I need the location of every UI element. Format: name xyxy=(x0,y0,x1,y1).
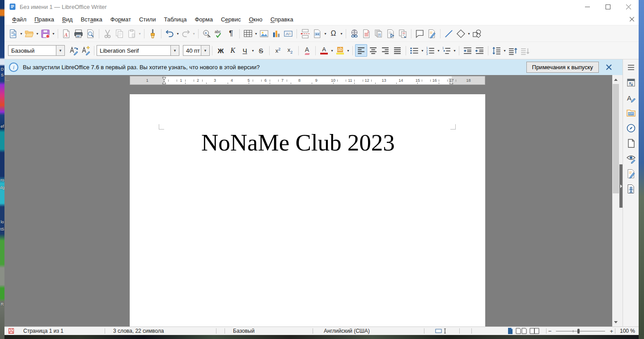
single-page-view-icon[interactable] xyxy=(507,327,514,335)
document-page[interactable]: NoNaMe Club 2023 xyxy=(130,94,485,326)
bullet-list-dropdown[interactable]: ▾ xyxy=(420,49,424,53)
align-left-button[interactable] xyxy=(355,44,367,57)
save-button[interactable] xyxy=(39,27,51,40)
open-dropdown[interactable]: ▾ xyxy=(35,32,39,36)
zoom-in-button[interactable]: + xyxy=(608,328,615,335)
menu-format[interactable]: Формат xyxy=(106,15,135,24)
insert-endnote-button[interactable]: [i] xyxy=(373,27,385,40)
left-indent-marker[interactable] xyxy=(162,77,166,84)
font-name-combo-arrow[interactable]: ▾ xyxy=(170,46,179,55)
insert-hyperlink-button[interactable] xyxy=(348,27,360,40)
sidebar-gallery-button[interactable] xyxy=(625,107,637,119)
close-button[interactable] xyxy=(618,0,639,13)
insert-chart-button[interactable] xyxy=(270,27,282,40)
document-text[interactable]: NoNaMe Club 2023 xyxy=(201,130,395,155)
sidebar-style-inspector-button[interactable] xyxy=(625,152,637,165)
numbered-list-button[interactable]: 123 xyxy=(424,44,436,57)
spelling-button[interactable]: abc xyxy=(213,27,225,40)
insert-table-dropdown[interactable]: ▾ xyxy=(254,32,258,36)
scrollbar-thumb[interactable] xyxy=(613,84,619,193)
document-workspace[interactable]: 1123456789101112131415161718 NoNaMe Club… xyxy=(4,75,612,326)
language-field[interactable]: Английский (США) xyxy=(313,327,424,335)
strikethrough-button[interactable]: S xyxy=(255,44,267,57)
menu-view[interactable]: Вид xyxy=(58,15,77,24)
font-color-dropdown[interactable]: ▾ xyxy=(330,49,334,53)
numbered-list-dropdown[interactable]: ▾ xyxy=(436,49,441,53)
increase-paragraph-spacing-button[interactable] xyxy=(507,44,519,57)
basic-shapes-dropdown[interactable]: ▾ xyxy=(467,32,471,36)
align-right-button[interactable] xyxy=(379,44,391,57)
underline-button[interactable]: Ч xyxy=(239,44,251,57)
subscript-button[interactable]: x2 xyxy=(284,44,296,57)
basic-shapes-button[interactable] xyxy=(455,27,467,40)
undo-dropdown[interactable]: ▾ xyxy=(176,32,180,36)
insert-page-break-button[interactable] xyxy=(299,27,311,40)
close-document-button[interactable] xyxy=(630,17,634,21)
sidebar-settings-button[interactable] xyxy=(625,61,637,74)
scroll-up-button[interactable] xyxy=(612,76,619,83)
underline-dropdown[interactable]: ▾ xyxy=(251,49,255,53)
outline-list-button[interactable]: 1 xyxy=(441,44,453,57)
word-count-field[interactable]: 3 слова, 22 символа xyxy=(105,327,216,335)
insert-image-button[interactable] xyxy=(258,27,270,40)
font-size-combo[interactable]: 40 пт▾ xyxy=(183,45,210,56)
insert-special-character-dropdown[interactable]: ▾ xyxy=(339,32,343,36)
highlight-color-button[interactable]: ab xyxy=(334,44,346,57)
menu-tools[interactable]: Сервис xyxy=(217,15,245,24)
new-document-dropdown[interactable]: ▾ xyxy=(19,32,23,36)
menu-window[interactable]: Окно xyxy=(245,15,266,24)
zoom-slider[interactable] xyxy=(556,328,605,334)
track-changes-button[interactable] xyxy=(426,27,438,40)
insert-bookmark-button[interactable] xyxy=(385,27,397,40)
new-document-button[interactable] xyxy=(7,27,19,40)
multi-page-view-icon[interactable] xyxy=(516,327,527,335)
undo-button[interactable] xyxy=(164,27,176,40)
font-size-combo-arrow[interactable]: ▾ xyxy=(201,46,209,55)
selection-mode-field[interactable] xyxy=(424,327,459,335)
clear-formatting-button[interactable]: A xyxy=(301,44,313,57)
menu-table[interactable]: Таблица xyxy=(160,15,191,24)
show-draw-functions-button[interactable] xyxy=(471,27,483,40)
new-style-button[interactable] xyxy=(80,44,92,57)
align-center-button[interactable] xyxy=(367,44,379,57)
menu-edit[interactable]: Правка xyxy=(30,15,58,24)
insert-text-box-button[interactable]: A xyxy=(282,27,294,40)
find-replace-button[interactable]: ad xyxy=(201,27,213,40)
paragraph-style-combo[interactable]: Базовый▾ xyxy=(8,45,65,56)
insert-line-button[interactable] xyxy=(443,27,455,40)
menu-help[interactable]: Справка xyxy=(267,15,297,24)
font-color-button[interactable]: A xyxy=(318,44,330,57)
print-preview-button[interactable] xyxy=(85,27,97,40)
sidebar-hide-handle[interactable] xyxy=(619,164,623,208)
menu-styles[interactable]: Стили xyxy=(135,15,160,24)
sidebar-page-button[interactable] xyxy=(625,137,637,150)
paragraph-style-combo-arrow[interactable]: ▾ xyxy=(56,46,64,55)
decrease-indent-button[interactable] xyxy=(474,44,486,57)
formatting-marks-button[interactable]: ¶ xyxy=(225,27,237,40)
page-style-field[interactable]: Базовый xyxy=(225,327,313,335)
line-spacing-button[interactable] xyxy=(491,44,503,57)
bold-button[interactable]: Ж xyxy=(215,44,227,57)
vertical-scrollbar[interactable] xyxy=(612,75,619,326)
insert-special-character-button[interactable]: Ω xyxy=(327,27,339,40)
insert-table-button[interactable] xyxy=(242,27,254,40)
update-style-button[interactable] xyxy=(68,44,80,57)
zoom-slider-handle[interactable] xyxy=(577,329,580,334)
increase-indent-button[interactable] xyxy=(462,44,474,57)
outline-list-dropdown[interactable]: ▾ xyxy=(453,49,457,53)
scroll-down-button[interactable] xyxy=(612,318,619,326)
export-pdf-button[interactable]: A xyxy=(60,27,72,40)
page-number-field[interactable]: Страница 1 из 1 xyxy=(15,327,105,335)
italic-button[interactable]: К xyxy=(227,44,239,57)
book-view-icon[interactable] xyxy=(529,327,541,335)
insert-field-dropdown[interactable]: ▾ xyxy=(323,32,327,36)
sidebar-accessibility-check-button[interactable] xyxy=(625,183,637,195)
highlight-color-dropdown[interactable]: ▾ xyxy=(346,49,350,53)
insert-cross-reference-button[interactable] xyxy=(397,27,409,40)
sidebar-navigator-button[interactable] xyxy=(625,122,637,134)
zoom-percent-field[interactable]: 100 % xyxy=(615,327,639,335)
clone-formatting-button[interactable] xyxy=(147,27,159,40)
font-name-combo[interactable]: Liberation Serif▾ xyxy=(97,45,179,56)
superscript-button[interactable]: x2 xyxy=(272,44,284,57)
insert-comment-button[interactable] xyxy=(414,27,426,40)
